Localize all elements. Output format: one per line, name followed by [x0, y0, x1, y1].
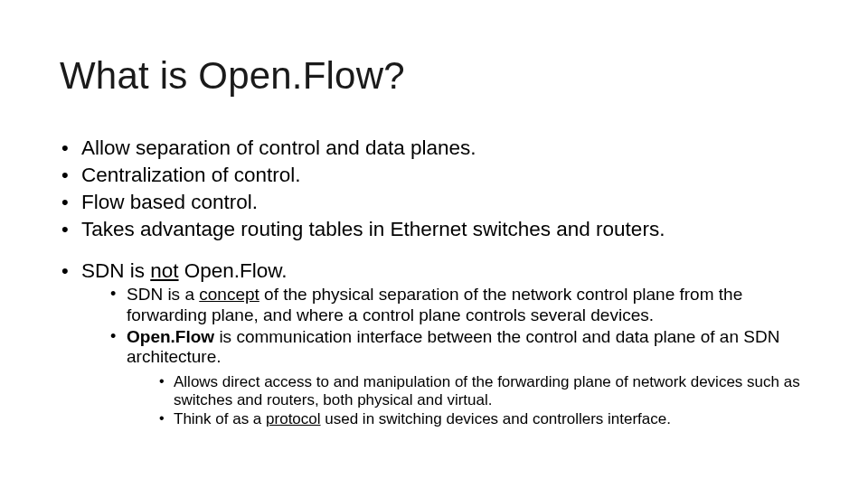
slide: What is Open.Flow? Allow separation of c… — [0, 0, 868, 488]
subsub-bullet-list: Allows direct access to and manipulation… — [127, 373, 807, 428]
text-underline: protocol — [266, 410, 320, 427]
text-run: used in switching devices and controller… — [321, 410, 671, 427]
list-item: Takes advantage routing tables in Ethern… — [61, 217, 807, 242]
heading-underline: not — [150, 259, 178, 282]
slide-title: What is Open.Flow? — [60, 54, 405, 98]
list-item: Centralization of control. — [61, 163, 807, 188]
list-item: Think of as a protocol used in switching… — [159, 410, 807, 428]
section-heading: SDN is not Open.Flow. SDN is a concept o… — [61, 258, 807, 428]
list-item: Open.Flow is communication interface bet… — [110, 327, 807, 428]
slide-body: Allow separation of control and data pla… — [61, 134, 807, 445]
list-item: Flow based control. — [61, 190, 807, 215]
text-run: Think of as a — [174, 410, 266, 427]
heading-part-1: SDN is — [81, 259, 150, 282]
text-run: is communication interface between the c… — [127, 327, 779, 367]
text-bold: Open.Flow — [127, 327, 214, 346]
sub-bullet-list: SDN is a concept of the physical separat… — [81, 285, 807, 428]
list-item: SDN is a concept of the physical separat… — [110, 285, 807, 325]
bullet-list-section: SDN is not Open.Flow. SDN is a concept o… — [61, 258, 807, 428]
text-underline: concept — [199, 285, 259, 304]
heading-part-2: Open.Flow. — [179, 259, 288, 282]
list-item: Allow separation of control and data pla… — [61, 136, 807, 161]
list-item: Allows direct access to and manipulation… — [159, 373, 807, 409]
text-run: SDN is a — [127, 285, 199, 304]
bullet-list-main: Allow separation of control and data pla… — [61, 136, 807, 242]
